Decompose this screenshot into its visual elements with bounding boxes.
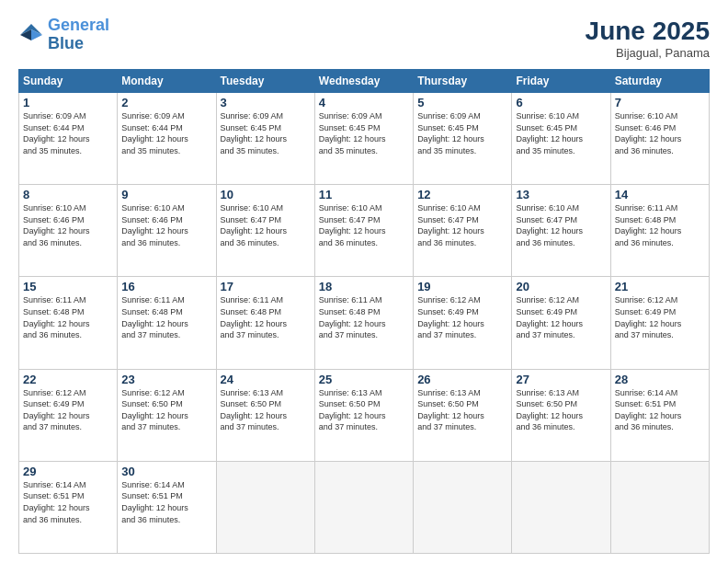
day-number: 25 — [319, 373, 409, 386]
day-info: Sunrise: 6:14 AM Sunset: 6:51 PM Dayligh… — [23, 479, 113, 525]
day-number: 23 — [121, 373, 211, 386]
day-number: 27 — [516, 373, 606, 386]
calendar-cell — [512, 461, 610, 553]
weekday-header-wednesday: Wednesday — [314, 70, 413, 93]
day-number: 22 — [23, 373, 113, 386]
day-info: Sunrise: 6:13 AM Sunset: 6:50 PM Dayligh… — [319, 387, 409, 433]
day-info: Sunrise: 6:11 AM Sunset: 6:48 PM Dayligh… — [615, 202, 705, 248]
day-info: Sunrise: 6:10 AM Sunset: 6:46 PM Dayligh… — [121, 202, 211, 248]
day-number: 6 — [516, 96, 606, 109]
day-info: Sunrise: 6:12 AM Sunset: 6:49 PM Dayligh… — [417, 294, 507, 340]
calendar-cell: 25Sunrise: 6:13 AM Sunset: 6:50 PM Dayli… — [314, 369, 413, 461]
day-info: Sunrise: 6:09 AM Sunset: 6:44 PM Dayligh… — [121, 110, 211, 156]
calendar-cell: 10Sunrise: 6:10 AM Sunset: 6:47 PM Dayli… — [216, 185, 314, 277]
day-number: 20 — [516, 280, 606, 293]
day-info: Sunrise: 6:10 AM Sunset: 6:46 PM Dayligh… — [23, 202, 113, 248]
day-number: 14 — [615, 188, 705, 201]
page: GeneralBlue June 2025 Bijagual, Panama S… — [0, 0, 728, 563]
calendar-cell: 11Sunrise: 6:10 AM Sunset: 6:47 PM Dayli… — [314, 185, 413, 277]
day-info: Sunrise: 6:13 AM Sunset: 6:50 PM Dayligh… — [417, 387, 507, 433]
day-info: Sunrise: 6:11 AM Sunset: 6:48 PM Dayligh… — [121, 294, 211, 340]
calendar-cell: 8Sunrise: 6:10 AM Sunset: 6:46 PM Daylig… — [19, 185, 118, 277]
day-info: Sunrise: 6:12 AM Sunset: 6:49 PM Dayligh… — [615, 294, 705, 340]
calendar-week-row: 29Sunrise: 6:14 AM Sunset: 6:51 PM Dayli… — [19, 461, 710, 553]
calendar-week-row: 1Sunrise: 6:09 AM Sunset: 6:44 PM Daylig… — [19, 93, 710, 185]
day-number: 26 — [417, 373, 507, 386]
calendar-cell: 27Sunrise: 6:13 AM Sunset: 6:50 PM Dayli… — [512, 369, 610, 461]
calendar-cell: 9Sunrise: 6:10 AM Sunset: 6:46 PM Daylig… — [118, 185, 216, 277]
day-number: 7 — [615, 96, 705, 109]
calendar-cell: 3Sunrise: 6:09 AM Sunset: 6:45 PM Daylig… — [216, 93, 314, 185]
day-number: 1 — [23, 96, 113, 109]
day-info: Sunrise: 6:10 AM Sunset: 6:46 PM Dayligh… — [615, 110, 705, 156]
calendar-cell — [610, 461, 709, 553]
weekday-header-tuesday: Tuesday — [216, 70, 314, 93]
weekday-header-saturday: Saturday — [610, 70, 709, 93]
day-info: Sunrise: 6:11 AM Sunset: 6:48 PM Dayligh… — [221, 294, 311, 340]
calendar-cell: 1Sunrise: 6:09 AM Sunset: 6:44 PM Daylig… — [19, 93, 118, 185]
location: Bijagual, Panama — [586, 46, 710, 60]
calendar-cell: 12Sunrise: 6:10 AM Sunset: 6:47 PM Dayli… — [414, 185, 512, 277]
calendar-cell: 24Sunrise: 6:13 AM Sunset: 6:50 PM Dayli… — [216, 369, 314, 461]
day-info: Sunrise: 6:13 AM Sunset: 6:50 PM Dayligh… — [221, 387, 311, 433]
day-number: 8 — [23, 188, 113, 201]
logo-text: GeneralBlue — [48, 17, 109, 53]
day-info: Sunrise: 6:11 AM Sunset: 6:48 PM Dayligh… — [23, 294, 113, 340]
weekday-header-sunday: Sunday — [19, 70, 118, 93]
title-area: June 2025 Bijagual, Panama — [586, 17, 710, 60]
day-number: 5 — [417, 96, 507, 109]
day-info: Sunrise: 6:10 AM Sunset: 6:47 PM Dayligh… — [516, 202, 606, 248]
day-number: 16 — [121, 280, 211, 293]
day-info: Sunrise: 6:10 AM Sunset: 6:45 PM Dayligh… — [516, 110, 606, 156]
day-number: 12 — [417, 188, 507, 201]
day-info: Sunrise: 6:11 AM Sunset: 6:48 PM Dayligh… — [319, 294, 409, 340]
day-number: 17 — [221, 280, 311, 293]
day-number: 18 — [319, 280, 409, 293]
day-number: 13 — [516, 188, 606, 201]
day-number: 3 — [221, 96, 311, 109]
calendar-cell: 4Sunrise: 6:09 AM Sunset: 6:45 PM Daylig… — [314, 93, 413, 185]
calendar-cell — [314, 461, 413, 553]
calendar-week-row: 22Sunrise: 6:12 AM Sunset: 6:49 PM Dayli… — [19, 369, 710, 461]
calendar-cell: 17Sunrise: 6:11 AM Sunset: 6:48 PM Dayli… — [216, 277, 314, 369]
month-title: June 2025 — [586, 17, 710, 46]
calendar-cell: 22Sunrise: 6:12 AM Sunset: 6:49 PM Dayli… — [19, 369, 118, 461]
calendar-cell: 14Sunrise: 6:11 AM Sunset: 6:48 PM Dayli… — [610, 185, 709, 277]
day-info: Sunrise: 6:09 AM Sunset: 6:45 PM Dayligh… — [417, 110, 507, 156]
day-info: Sunrise: 6:12 AM Sunset: 6:49 PM Dayligh… — [23, 387, 113, 433]
calendar-cell: 7Sunrise: 6:10 AM Sunset: 6:46 PM Daylig… — [610, 93, 709, 185]
logo: GeneralBlue — [18, 17, 109, 53]
calendar-cell: 19Sunrise: 6:12 AM Sunset: 6:49 PM Dayli… — [414, 277, 512, 369]
logo-icon — [18, 22, 44, 48]
calendar-cell: 13Sunrise: 6:10 AM Sunset: 6:47 PM Dayli… — [512, 185, 610, 277]
weekday-header-thursday: Thursday — [414, 70, 512, 93]
day-number: 15 — [23, 280, 113, 293]
day-number: 24 — [221, 373, 311, 386]
calendar-cell: 5Sunrise: 6:09 AM Sunset: 6:45 PM Daylig… — [414, 93, 512, 185]
day-number: 30 — [121, 465, 211, 478]
day-number: 2 — [121, 96, 211, 109]
calendar-week-row: 8Sunrise: 6:10 AM Sunset: 6:46 PM Daylig… — [19, 185, 710, 277]
day-info: Sunrise: 6:09 AM Sunset: 6:45 PM Dayligh… — [221, 110, 311, 156]
calendar-cell: 29Sunrise: 6:14 AM Sunset: 6:51 PM Dayli… — [19, 461, 118, 553]
calendar-cell: 16Sunrise: 6:11 AM Sunset: 6:48 PM Dayli… — [118, 277, 216, 369]
day-info: Sunrise: 6:13 AM Sunset: 6:50 PM Dayligh… — [516, 387, 606, 433]
day-info: Sunrise: 6:14 AM Sunset: 6:51 PM Dayligh… — [615, 387, 705, 433]
day-info: Sunrise: 6:12 AM Sunset: 6:50 PM Dayligh… — [121, 387, 211, 433]
calendar-table: SundayMondayTuesdayWednesdayThursdayFrid… — [18, 69, 710, 554]
calendar-cell: 23Sunrise: 6:12 AM Sunset: 6:50 PM Dayli… — [118, 369, 216, 461]
calendar-cell: 30Sunrise: 6:14 AM Sunset: 6:51 PM Dayli… — [118, 461, 216, 553]
calendar-cell: 2Sunrise: 6:09 AM Sunset: 6:44 PM Daylig… — [118, 93, 216, 185]
calendar-cell: 15Sunrise: 6:11 AM Sunset: 6:48 PM Dayli… — [19, 277, 118, 369]
calendar-week-row: 15Sunrise: 6:11 AM Sunset: 6:48 PM Dayli… — [19, 277, 710, 369]
calendar-cell: 21Sunrise: 6:12 AM Sunset: 6:49 PM Dayli… — [610, 277, 709, 369]
day-info: Sunrise: 6:10 AM Sunset: 6:47 PM Dayligh… — [319, 202, 409, 248]
calendar-cell — [216, 461, 314, 553]
calendar-header-row: SundayMondayTuesdayWednesdayThursdayFrid… — [19, 70, 710, 93]
calendar-cell: 26Sunrise: 6:13 AM Sunset: 6:50 PM Dayli… — [414, 369, 512, 461]
header: GeneralBlue June 2025 Bijagual, Panama — [18, 17, 710, 60]
day-number: 9 — [121, 188, 211, 201]
calendar-cell: 28Sunrise: 6:14 AM Sunset: 6:51 PM Dayli… — [610, 369, 709, 461]
weekday-header-monday: Monday — [118, 70, 216, 93]
day-number: 10 — [221, 188, 311, 201]
